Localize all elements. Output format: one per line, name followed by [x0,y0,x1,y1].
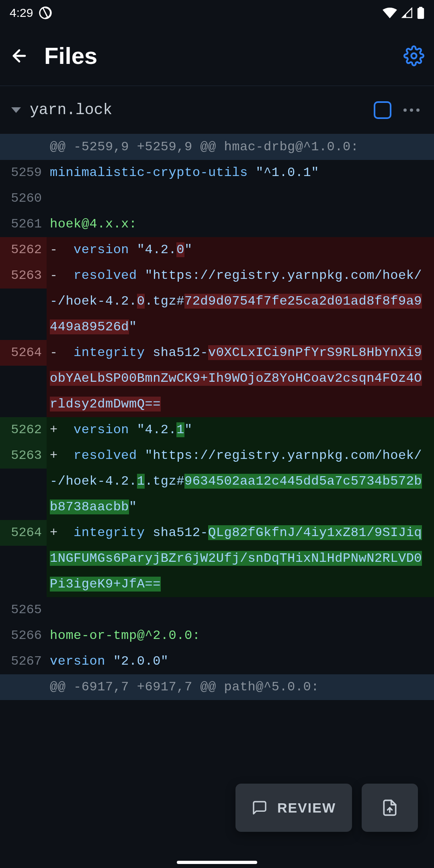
wifi-icon [383,7,397,18]
floating-action-bar: REVIEW [235,784,418,832]
status-time: 4:29 [10,6,33,20]
diff-line-deleted[interactable]: 5262 - version "4.2.0" [0,237,434,263]
diff-line[interactable]: 5267 version "2.0.0" [0,649,434,674]
file-link-icon [381,799,399,817]
diff-line-added[interactable]: 5264 + integrity sha512-QLg82fGkfnJ/4iy1… [0,520,434,597]
viewed-checkbox[interactable] [374,101,391,119]
review-button[interactable]: REVIEW [235,784,352,832]
back-button[interactable] [10,46,29,66]
more-menu-button[interactable] [400,108,423,112]
comment-icon [252,800,268,816]
dnd-icon [39,6,52,20]
file-header[interactable]: yarn.lock [0,86,434,134]
chevron-down-icon[interactable] [11,107,21,113]
diff-line-added[interactable]: 5262 + version "4.2.1" [0,417,434,443]
diff-line[interactable]: 5265 [0,597,434,623]
diff-line-deleted[interactable]: 5263 - resolved "https://registry.yarnpk… [0,263,434,340]
diff-view: @@ -5259,9 +5259,9 @@ hmac-drbg@^1.0.0: … [0,134,434,700]
svg-rect-1 [418,8,424,19]
diff-line[interactable]: 5260 [0,186,434,211]
diff-line-deleted[interactable]: 5264 - integrity sha512-v0XCLxICi9nPfYrS… [0,340,434,417]
battery-icon [417,7,424,19]
diff-line-added[interactable]: 5263 + resolved "https://registry.yarnpk… [0,443,434,520]
hunk-header: @@ -5259,9 +5259,9 @@ hmac-drbg@^1.0.0: [0,134,434,160]
diff-line[interactable]: 5261 hoek@4.x.x: [0,211,434,237]
diff-line[interactable]: 5266 home-or-tmp@^2.0.0: [0,623,434,649]
file-name: yarn.lock [30,101,365,119]
svg-rect-2 [419,7,422,8]
hunk-header: @@ -6917,7 +6917,7 @@ path@^5.0.0: [0,674,434,700]
android-nav-handle[interactable] [177,861,257,864]
cellular-icon [401,7,413,18]
diff-line[interactable]: 5259 minimalistic-crypto-utils "^1.0.1" [0,160,434,186]
review-button-label: REVIEW [277,800,336,816]
app-header: Files [0,26,434,86]
android-status-bar: 4:29 [0,0,434,26]
jump-to-file-button[interactable] [362,784,418,832]
svg-point-3 [411,53,417,58]
page-title: Files [44,42,388,69]
settings-button[interactable] [403,45,424,66]
